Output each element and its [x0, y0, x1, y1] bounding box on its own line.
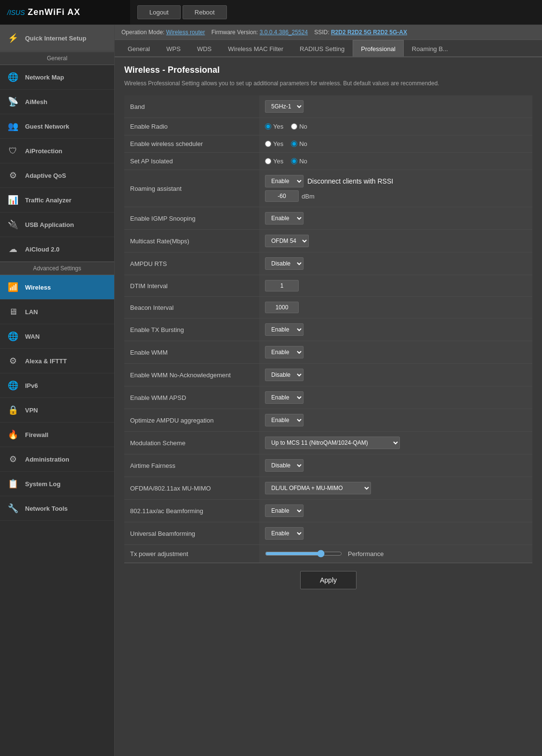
- label-airtime-fairness: Airtime Fairness: [124, 454, 259, 477]
- ssid-label: SSID:: [314, 29, 329, 36]
- sidebar-item-aicloud[interactable]: ☁ AiCloud 2.0: [0, 237, 114, 262]
- sidebar-item-aiprotection[interactable]: 🛡 AiProtection: [0, 139, 114, 163]
- sidebar-item-vpn[interactable]: 🔒 VPN: [0, 398, 114, 423]
- row-enable-wmm: Enable WMM Enable Disable: [124, 341, 532, 364]
- sidebar-item-aimesh[interactable]: 📡 AiMesh: [0, 90, 114, 114]
- row-tx-power: Tx power adjustment Performance: [124, 545, 532, 563]
- sidebar-item-wan[interactable]: 🌐 WAN: [0, 324, 114, 349]
- tx-power-slider[interactable]: [265, 550, 342, 557]
- operation-mode-label: Operation Mode:: [121, 29, 164, 36]
- tab-wps[interactable]: WPS: [158, 40, 189, 57]
- radio-no-wireless-scheduler[interactable]: No: [291, 140, 307, 147]
- sidebar-item-wireless[interactable]: 📶 Wireless: [0, 275, 114, 300]
- main-content: Operation Mode: Wireless router Firmware…: [115, 25, 542, 756]
- select-enable-wmm[interactable]: Enable Disable: [265, 346, 304, 358]
- row-ofdma-mu-mimo: OFDMA/802.11ax MU-MIMO DL/UL OFDMA + MU-…: [124, 477, 532, 500]
- tab-roaming[interactable]: Roaming B...: [404, 40, 456, 57]
- reboot-button[interactable]: Reboot: [183, 5, 227, 19]
- sidebar-item-administration[interactable]: ⚙ Administration: [0, 447, 114, 472]
- sidebar-item-firewall[interactable]: 🔥 Firewall: [0, 423, 114, 447]
- row-wireless-scheduler: Enable wireless scheduler Yes No: [124, 135, 532, 153]
- select-optimize-ampdu[interactable]: Enable Disable: [265, 414, 304, 426]
- row-wmm-apsd: Enable WMM APSD Enable Disable: [124, 386, 532, 409]
- select-beamforming[interactable]: Enable Disable: [265, 504, 304, 517]
- sidebar-item-system-log[interactable]: 📋 System Log: [0, 472, 114, 496]
- select-tx-bursting[interactable]: Enable Disable: [265, 323, 304, 336]
- guest-network-icon: 👥: [6, 119, 20, 133]
- select-universal-beamforming[interactable]: Enable Disable: [265, 527, 304, 540]
- sidebar-label-ipv6: IPv6: [25, 382, 38, 389]
- wireless-icon: 📶: [6, 280, 20, 294]
- sidebar-item-alexa-ifttt[interactable]: ⚙ Alexa & IFTTT: [0, 349, 114, 373]
- roaming-assistant-control: Enable Disable Disconnect clients with R…: [265, 175, 527, 187]
- input-dtim-interval[interactable]: [265, 280, 299, 292]
- logout-button[interactable]: Logout: [137, 5, 181, 19]
- apply-button[interactable]: Apply: [300, 571, 357, 589]
- row-beamforming: 802.11ax/ac Beamforming Enable Disable: [124, 500, 532, 522]
- operation-mode-value[interactable]: Wireless router: [166, 29, 205, 36]
- alexa-icon: ⚙: [6, 354, 20, 368]
- info-bar: Operation Mode: Wireless router Firmware…: [115, 25, 542, 40]
- lan-icon: 🖥: [6, 305, 20, 319]
- radio-no-enable-radio[interactable]: No: [291, 123, 307, 130]
- label-wmm-apsd: Enable WMM APSD: [124, 386, 259, 409]
- radio-yes-enable-radio[interactable]: Yes: [265, 123, 283, 130]
- ipv6-icon: 🌐: [6, 378, 20, 393]
- select-igmp-snooping[interactable]: Enable Disable: [265, 212, 304, 225]
- usb-application-icon: 🔌: [6, 217, 20, 232]
- radio-yes-ap-isolated[interactable]: Yes: [265, 158, 283, 165]
- label-modulation-scheme: Modulation Scheme: [124, 432, 259, 454]
- sidebar-item-guest-network[interactable]: 👥 Guest Network: [0, 114, 114, 139]
- page-description: Wireless Professional Setting allows you…: [124, 79, 532, 88]
- sidebar-label-wan: WAN: [25, 333, 40, 340]
- select-modulation-scheme[interactable]: Up to MCS 11 (NitroQAM/1024-QAM) Up to M…: [265, 437, 400, 449]
- firmware-value[interactable]: 3.0.0.4.386_25524: [260, 29, 308, 36]
- sidebar-item-traffic-analyzer[interactable]: 📊 Traffic Analyzer: [0, 188, 114, 212]
- select-airtime-fairness[interactable]: Enable Disable: [265, 459, 304, 472]
- tab-wireless-mac-filter[interactable]: Wireless MAC Filter: [220, 40, 291, 57]
- sidebar-item-adaptive-qos[interactable]: ⚙ Adaptive QoS: [0, 163, 114, 188]
- select-multicast-rate[interactable]: OFDM 54 OFDM 48 OFDM 36: [265, 235, 309, 247]
- radio-yes-wireless-scheduler[interactable]: Yes: [265, 140, 283, 147]
- row-airtime-fairness: Airtime Fairness Enable Disable: [124, 454, 532, 477]
- select-ofdma-mu-mimo[interactable]: DL/UL OFDMA + MU-MIMO DL OFDMA MU-MIMO D…: [265, 482, 371, 494]
- select-wmm-apsd[interactable]: Enable Disable: [265, 391, 304, 404]
- network-tools-icon: 🔧: [6, 501, 20, 516]
- sidebar-item-network-tools[interactable]: 🔧 Network Tools: [0, 496, 114, 521]
- sidebar-item-quick-internet-setup[interactable]: ⚡ Quick Internet Setup: [0, 25, 114, 52]
- select-ampdu-rts[interactable]: Enable Disable: [265, 257, 304, 270]
- sidebar-label-traffic-analyzer: Traffic Analyzer: [25, 197, 71, 204]
- row-optimize-ampdu: Optimize AMPDU aggregation Enable Disabl…: [124, 409, 532, 432]
- tab-wds[interactable]: WDS: [189, 40, 220, 57]
- select-band[interactable]: 2.4GHz 5GHz-1 5GHz-2: [265, 100, 304, 113]
- sidebar-item-network-map[interactable]: 🌐 Network Map: [0, 65, 114, 90]
- radio-no-ap-isolated[interactable]: No: [291, 158, 307, 165]
- label-ampdu-rts: AMPDU RTS: [124, 252, 259, 275]
- sidebar-item-ipv6[interactable]: 🌐 IPv6: [0, 373, 114, 398]
- firewall-icon: 🔥: [6, 427, 20, 442]
- select-wmm-no-ack[interactable]: Enable Disable: [265, 369, 304, 381]
- app-root: /ISUS ZenWiFi AX Logout Reboot ⚡ Quick I…: [0, 0, 542, 756]
- tab-radius-setting[interactable]: RADIUS Setting: [291, 40, 353, 57]
- tab-professional[interactable]: Professional: [353, 40, 404, 57]
- roaming-dbm-input[interactable]: [265, 190, 299, 202]
- input-beacon-interval[interactable]: [265, 302, 299, 313]
- tab-general[interactable]: General: [119, 40, 158, 57]
- radio-enable-radio: Yes No: [265, 123, 527, 130]
- row-band: Band 2.4GHz 5GHz-1 5GHz-2: [124, 95, 532, 118]
- sidebar-label-network-tools: Network Tools: [25, 505, 68, 512]
- header-buttons: Logout Reboot: [130, 5, 234, 19]
- label-wmm-no-ack: Enable WMM No-Acknowledgement: [124, 364, 259, 386]
- sidebar-item-usb-application[interactable]: 🔌 USB Application: [0, 212, 114, 237]
- main-layout: ⚡ Quick Internet Setup General 🌐 Network…: [0, 25, 542, 756]
- tx-power-label: Performance: [348, 550, 383, 557]
- sidebar-label-vpn: VPN: [25, 407, 38, 414]
- label-roaming-assistant: Roaming assistant: [124, 170, 259, 207]
- sidebar-item-lan[interactable]: 🖥 LAN: [0, 300, 114, 324]
- roaming-dbm-row: dBm: [265, 190, 527, 202]
- row-enable-radio: Enable Radio Yes No: [124, 118, 532, 135]
- select-roaming-enable[interactable]: Enable Disable: [265, 175, 304, 187]
- label-wireless-scheduler: Enable wireless scheduler: [124, 135, 259, 153]
- sidebar-label-administration: Administration: [25, 456, 69, 463]
- roaming-disconnect-text: Disconnect clients with RSSI: [307, 177, 393, 185]
